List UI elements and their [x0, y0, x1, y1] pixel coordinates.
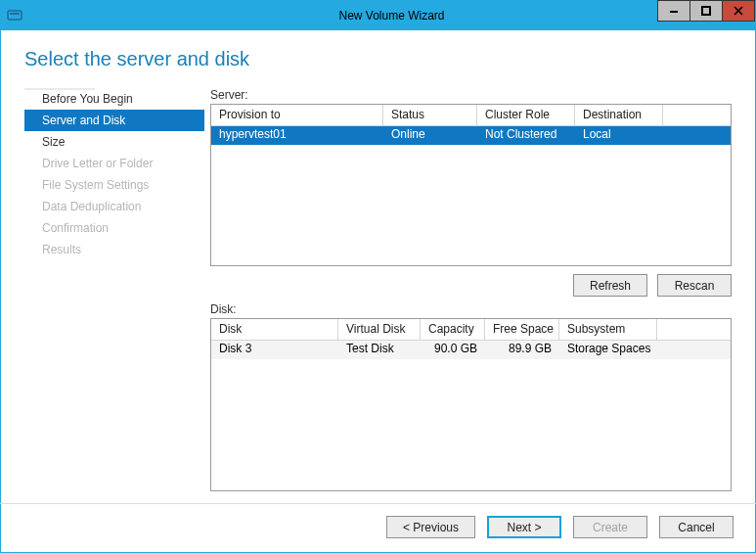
svg-rect-1: [10, 13, 20, 15]
col-virtual-disk[interactable]: Virtual Disk: [338, 319, 421, 340]
previous-button[interactable]: < Previous: [386, 516, 475, 538]
col-spacer2: [657, 319, 731, 340]
wizard-footer: < Previous Next > Create Cancel: [1, 504, 755, 552]
rescan-button[interactable]: Rescan: [657, 274, 732, 297]
window-title: New Volume Wizard: [28, 9, 755, 23]
cell-status: Online: [383, 126, 477, 145]
nav-step-2[interactable]: Size: [24, 131, 204, 153]
nav-step-5: Data Deduplication: [24, 196, 204, 217]
cell-cluster: Not Clustered: [477, 126, 575, 145]
svg-rect-0: [8, 11, 22, 20]
cell-provision: hypervtest01: [211, 126, 383, 145]
cell-destination: Local: [575, 126, 663, 145]
wizard-window: New Volume Wizard Select the server and …: [0, 0, 756, 553]
cell-vdisk: Test Disk: [338, 341, 421, 359]
col-provision[interactable]: Provision to: [211, 105, 383, 125]
nav-step-6: Confirmation: [24, 217, 204, 239]
cell-free: 89.9 GB: [485, 341, 559, 359]
page-heading: Select the server and disk: [24, 48, 732, 70]
server-row[interactable]: hypervtest01OnlineNot ClusteredLocal: [211, 126, 731, 145]
refresh-button[interactable]: Refresh: [573, 274, 647, 297]
create-button[interactable]: Create: [573, 516, 647, 538]
col-capacity[interactable]: Capacity: [421, 319, 485, 340]
col-cluster[interactable]: Cluster Role: [477, 105, 575, 125]
nav-step-1[interactable]: Server and Disk: [24, 110, 204, 131]
disk-label: Disk:: [210, 302, 732, 316]
nav-step-0[interactable]: Before You Begin: [24, 88, 204, 110]
col-status[interactable]: Status: [383, 105, 477, 125]
col-disk[interactable]: Disk: [211, 319, 338, 340]
disk-row[interactable]: Disk 3Test Disk90.0 GB89.9 GBStorage Spa…: [211, 341, 731, 359]
nav-step-7: Results: [24, 239, 204, 260]
col-free-space[interactable]: Free Space: [485, 319, 559, 340]
next-button[interactable]: Next >: [487, 516, 561, 538]
cancel-button[interactable]: Cancel: [659, 516, 734, 538]
nav-step-3: Drive Letter or Folder: [24, 153, 204, 174]
server-label: Server:: [210, 88, 732, 102]
app-icon: [1, 8, 28, 23]
svg-rect-3: [702, 7, 710, 15]
minimize-button[interactable]: [657, 0, 690, 22]
maximize-button[interactable]: [689, 0, 723, 22]
cell-disk: Disk 3: [211, 341, 338, 359]
nav-step-4: File System Settings: [24, 174, 204, 196]
heading-underline: [24, 88, 95, 90]
svg-rect-2: [670, 11, 678, 13]
col-destination[interactable]: Destination: [575, 105, 663, 125]
col-spacer: [663, 105, 731, 125]
titlebar: New Volume Wizard: [1, 1, 755, 30]
cell-subsystem: Storage Spaces: [559, 341, 677, 359]
cell-capacity: 90.0 GB: [421, 341, 485, 359]
server-grid[interactable]: Provision to Status Cluster Role Destina…: [210, 104, 732, 266]
close-button[interactable]: [722, 0, 755, 22]
disk-grid[interactable]: Disk Virtual Disk Capacity Free Space Su…: [210, 318, 732, 491]
col-subsystem[interactable]: Subsystem: [559, 319, 657, 340]
wizard-nav: Before You BeginServer and DiskSizeDrive…: [24, 88, 204, 491]
